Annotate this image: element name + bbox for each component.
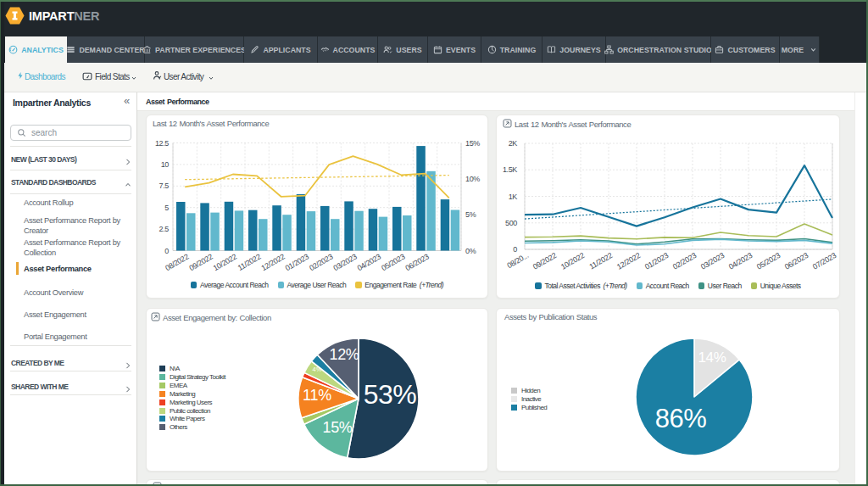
svg-text:10/2022: 10/2022	[559, 251, 586, 271]
svg-text:500: 500	[505, 219, 517, 227]
svg-text:14%: 14%	[698, 349, 726, 366]
svg-text:53%: 53%	[364, 379, 417, 410]
svg-text:01/2023: 01/2023	[643, 251, 670, 271]
svg-text:08/20...: 08/20...	[505, 251, 530, 270]
svg-text:03/2023: 03/2023	[699, 251, 726, 271]
svg-text:12%: 12%	[329, 346, 359, 363]
svg-text:4%: 4%	[313, 366, 322, 373]
svg-text:7.5: 7.5	[159, 182, 170, 190]
svg-text:11/2022: 11/2022	[236, 252, 263, 272]
svg-text:15%: 15%	[465, 139, 480, 148]
svg-text:02/2023: 02/2023	[671, 251, 698, 271]
svg-text:03/2023: 03/2023	[331, 252, 358, 272]
svg-text:05/2023: 05/2023	[755, 251, 782, 271]
svg-text:09/2022: 09/2022	[531, 251, 558, 271]
svg-text:04/2023: 04/2023	[727, 251, 754, 271]
svg-text:09/2022: 09/2022	[187, 252, 214, 272]
svg-text:12/2022: 12/2022	[615, 251, 642, 271]
svg-text:2K: 2K	[509, 139, 518, 148]
svg-text:11%: 11%	[303, 387, 331, 404]
svg-text:10/2022: 10/2022	[212, 252, 238, 272]
svg-text:05/2023: 05/2023	[380, 252, 406, 272]
svg-text:86%: 86%	[655, 404, 707, 433]
svg-text:1.5K: 1.5K	[503, 165, 517, 174]
svg-text:0%: 0%	[465, 247, 476, 255]
svg-text:2.5: 2.5	[159, 225, 170, 233]
svg-text:5%: 5%	[465, 210, 476, 219]
svg-text:04/2023: 04/2023	[356, 252, 382, 272]
svg-text:12.5: 12.5	[155, 139, 169, 148]
svg-text:08/2022: 08/2022	[164, 252, 190, 272]
svg-text:0: 0	[164, 247, 169, 255]
svg-text:06/2023: 06/2023	[403, 252, 430, 272]
svg-text:02/2023: 02/2023	[308, 252, 334, 272]
svg-text:5: 5	[164, 204, 169, 212]
svg-text:06/2023: 06/2023	[783, 251, 810, 271]
svg-text:1K: 1K	[509, 193, 518, 201]
svg-text:15%: 15%	[322, 419, 352, 436]
svg-text:10: 10	[161, 160, 170, 169]
svg-text:01/2023: 01/2023	[284, 252, 310, 272]
svg-text:0: 0	[513, 245, 517, 254]
svg-text:07/2023: 07/2023	[811, 251, 837, 271]
svg-text:12/2022: 12/2022	[259, 252, 286, 272]
svg-text:11/2022: 11/2022	[588, 251, 615, 271]
svg-text:10%: 10%	[465, 175, 480, 183]
